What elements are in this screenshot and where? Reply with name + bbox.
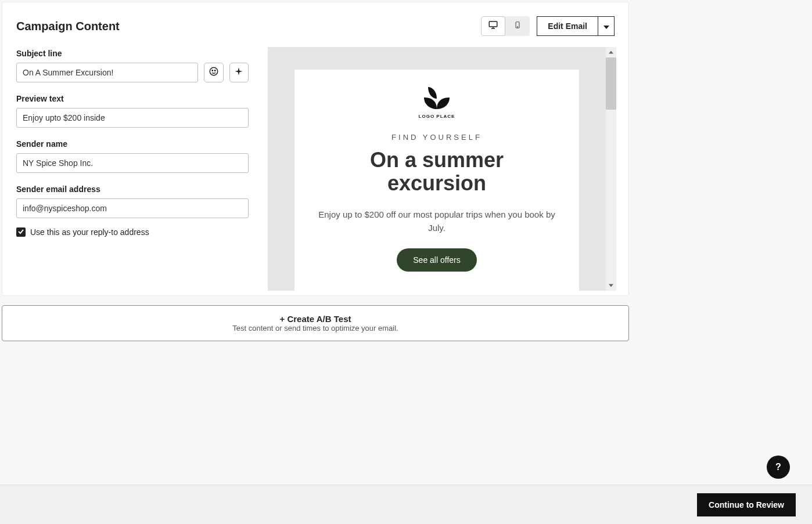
preview-scrollbar-thumb[interactable] (606, 57, 616, 110)
svg-point-4 (518, 27, 518, 27)
preview-scroll-up[interactable] (606, 47, 616, 57)
svg-rect-0 (490, 21, 498, 27)
sender-name-label: Sender name (16, 139, 249, 149)
campaign-content-card: Campaign Content (2, 2, 629, 296)
continue-to-review-button[interactable]: Continue to Review (697, 493, 796, 516)
svg-point-6 (212, 70, 213, 71)
preview-scroll-down[interactable] (606, 280, 616, 291)
logo-icon (421, 86, 452, 109)
preview-text-input[interactable] (16, 108, 249, 128)
preview-eyebrow: FIND YOURSELF (318, 133, 556, 142)
desktop-view-button[interactable] (481, 16, 505, 36)
email-body: LOGO PLACE FIND YOURSELF On a summer exc… (294, 70, 579, 291)
email-preview-pane: LOGO PLACE FIND YOURSELF On a summer exc… (268, 47, 616, 291)
emoji-button[interactable] (204, 63, 223, 82)
svg-point-5 (210, 67, 218, 75)
smiley-icon (209, 66, 219, 79)
subject-label: Subject line (16, 49, 249, 58)
preview-title: On a summer excursion (318, 149, 556, 194)
preview-cta-button[interactable]: See all offers (397, 248, 476, 272)
create-ab-test-button[interactable]: + Create A/B Test Test content or send t… (2, 305, 629, 341)
footer-bar: Continue to Review (0, 485, 812, 524)
ab-test-subtitle: Test content or send times to optimize y… (232, 324, 398, 333)
help-button[interactable]: ? (767, 456, 790, 479)
card-title: Campaign Content (16, 20, 120, 33)
replyto-label: Use this as your reply-to address (30, 227, 149, 237)
subject-input[interactable] (16, 63, 198, 82)
mobile-icon (513, 20, 522, 32)
ai-suggest-button[interactable] (229, 63, 249, 82)
desktop-icon (488, 20, 498, 32)
edit-email-dropdown[interactable] (598, 16, 615, 36)
edit-email-button[interactable]: Edit Email (537, 16, 598, 36)
edit-email-group: Edit Email (537, 16, 615, 36)
replyto-checkbox[interactable] (16, 227, 26, 237)
device-toggle (481, 16, 530, 36)
logo-caption: LOGO PLACE (318, 114, 556, 119)
sparkle-icon (234, 67, 243, 78)
sender-email-label: Sender email address (16, 185, 249, 194)
preview-text-label: Preview text (16, 94, 249, 103)
help-icon: ? (775, 462, 781, 472)
preview-body: Enjoy up to $200 off our most popular tr… (318, 208, 556, 234)
mobile-view-button[interactable] (505, 16, 530, 36)
sender-email-input[interactable] (16, 198, 249, 218)
sender-name-input[interactable] (16, 153, 249, 173)
ab-test-title: + Create A/B Test (280, 314, 351, 324)
caret-down-icon (603, 21, 609, 31)
check-icon (17, 227, 24, 237)
logo-placeholder: LOGO PLACE (318, 86, 556, 119)
svg-point-7 (215, 70, 216, 71)
